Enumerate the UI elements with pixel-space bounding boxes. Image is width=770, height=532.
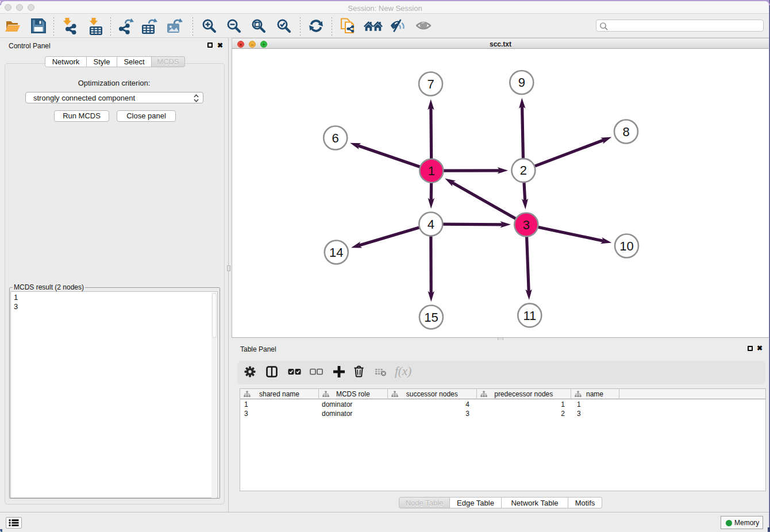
svg-text:7: 7: [427, 77, 434, 91]
svg-text:14: 14: [329, 245, 343, 260]
svg-text:6: 6: [332, 131, 339, 145]
svg-text:11: 11: [523, 309, 536, 323]
svg-text:2: 2: [520, 163, 527, 178]
svg-text:9: 9: [518, 75, 525, 90]
svg-text:8: 8: [622, 125, 629, 139]
svg-text:10: 10: [619, 239, 633, 253]
svg-text:1: 1: [428, 164, 435, 178]
svg-text:3: 3: [523, 218, 530, 232]
svg-text:15: 15: [424, 310, 438, 325]
svg-text:4: 4: [428, 217, 434, 232]
